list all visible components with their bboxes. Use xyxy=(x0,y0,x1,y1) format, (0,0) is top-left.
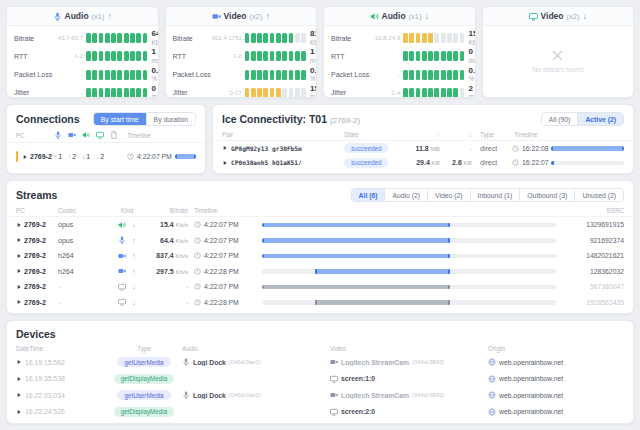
device-row[interactable]: 16:22:24.526 getDisplayMedia screen:2:0 … xyxy=(7,404,633,421)
col-doc xyxy=(110,131,124,140)
sort-by-duration-button[interactable]: By duration xyxy=(146,113,195,125)
stream-row[interactable]: 2769-2 opus ↑ 64.4 Kb/s 4:22:07 PM 92169… xyxy=(7,233,633,249)
expand-caret-icon[interactable] xyxy=(16,237,22,243)
doc-icon xyxy=(110,131,118,139)
expand-caret-icon[interactable] xyxy=(16,268,22,274)
device-row[interactable]: 16:19:35.538 getDisplayMedia screen:1:0 … xyxy=(7,371,633,388)
level-segment xyxy=(270,70,275,80)
ssrc: 1329691915 xyxy=(562,221,624,228)
stream-start: 4:22:07 PM xyxy=(194,237,256,244)
expand-caret-icon[interactable] xyxy=(16,299,22,305)
ice-filter-all-button[interactable]: All (90) xyxy=(542,113,578,125)
codec: - xyxy=(58,299,108,306)
stream-row[interactable]: 2769-2 opus ↓ 15.4 Kb/s 4:22:07 PM 13296… xyxy=(7,217,633,233)
stream-row[interactable]: 2769-2 h264 ↑ 837.4 Kb/s 4:22:07 PM 1482… xyxy=(7,248,633,264)
level-segment xyxy=(99,70,104,80)
streams-filter-audio[interactable]: Audio (2) xyxy=(384,189,427,201)
expand-caret-icon[interactable] xyxy=(222,145,228,151)
level-segment xyxy=(282,70,287,80)
expand-caret-icon[interactable] xyxy=(16,359,22,365)
streams-filter-video[interactable]: Video (2) xyxy=(427,189,469,201)
clock-icon xyxy=(127,153,134,160)
level-segment xyxy=(105,70,110,80)
level-segment xyxy=(441,51,446,61)
clock-icon xyxy=(194,237,201,244)
webrtc-stats-dashboard: Audio (x1) ↑ Bitrate 43.7-65.7 64.4 Kb/s… xyxy=(0,0,640,430)
expand-caret-icon[interactable] xyxy=(16,253,22,259)
device-type: getDisplayMedia xyxy=(106,374,182,384)
device-row[interactable]: 16:22:03.034 getUserMedia Logi Dock(046d… xyxy=(7,387,633,404)
streams-panel: Streams All (6) Audio (2) Video (2) Inbo… xyxy=(6,180,634,314)
expand-caret-icon[interactable] xyxy=(16,222,22,228)
stream-direction-arrow: ↑ xyxy=(132,237,136,244)
expand-caret-icon[interactable] xyxy=(16,284,22,290)
bytes-sent: 11.8 MB xyxy=(402,145,440,152)
ice-filter-toggle: All (90) Active (2) xyxy=(541,112,624,126)
expand-caret-icon[interactable] xyxy=(16,392,22,398)
level-segment xyxy=(92,88,97,98)
pc-id: 2769-2 xyxy=(16,299,58,306)
level-segment xyxy=(111,33,116,43)
stream-row[interactable]: 2769-2 - ↓ - 4:22:28 PM 1928563435 xyxy=(7,295,633,311)
connection-timeline: 4:22:07 PM xyxy=(124,153,196,160)
level-segment xyxy=(143,70,148,80)
streams-filter-outbound[interactable]: Outbound (3) xyxy=(519,189,574,201)
metric-label: Bitrate xyxy=(173,35,212,42)
expand-caret-icon[interactable] xyxy=(22,154,28,160)
stream-row[interactable]: 2769-2 - ↓ - 4:22:07 PM 567380047 xyxy=(7,279,633,295)
media-panel-header-audio-inbound[interactable]: Audio (x1) ↓ xyxy=(324,7,475,26)
bitrate: - xyxy=(146,283,194,290)
sort-by-start-time-button[interactable]: By start time xyxy=(94,113,146,125)
ice-filter-active-button[interactable]: Active (2) xyxy=(577,113,623,125)
device-video: Logitech StreamCam(046d:0893) xyxy=(330,358,488,366)
ice-pair-row[interactable]: CP0n38aoh5_hQ1aK51/ succeeded 29.4 KB 2.… xyxy=(213,156,633,171)
media-panel-header-video-outbound[interactable]: Video (x2) ↑ xyxy=(166,7,317,26)
expand-caret-icon[interactable] xyxy=(16,409,22,415)
level-segment xyxy=(460,51,465,61)
expand-caret-icon[interactable] xyxy=(16,376,22,382)
stream-start: 4:22:07 PM xyxy=(194,252,256,259)
level-segment xyxy=(105,88,110,98)
metric-label: Bitrate xyxy=(331,35,370,42)
stream-timeline xyxy=(256,254,562,259)
streams-filters: All (6) Audio (2) Video (2) Inbound (1) … xyxy=(351,188,624,202)
panel-title: Video xyxy=(224,11,247,21)
mic-icon xyxy=(182,358,190,366)
level-segment xyxy=(409,70,414,80)
bitrate: 837.4 Kb/s xyxy=(146,252,194,259)
media-panel-header-audio-outbound[interactable]: Audio (x1) ↑ xyxy=(7,7,158,26)
media-panel-header-video-inbound[interactable]: Video (x2) ↓ xyxy=(483,7,634,26)
pc-id: 2769-2 xyxy=(16,252,58,259)
level-segment xyxy=(130,88,135,98)
streams-filter-unused[interactable]: Unused (2) xyxy=(574,189,623,201)
level-segment xyxy=(301,70,306,80)
device-row[interactable]: 16:19:15.562 getUserMedia Logi Dock(046d… xyxy=(7,354,633,371)
pair-timeline: 16:22:08 xyxy=(512,145,624,152)
bytes-received: - xyxy=(440,145,472,152)
media-panel-video-inbound: Video (x2) ↓ No stream found xyxy=(482,6,635,98)
level-segment xyxy=(111,70,116,80)
ssrc: 1928563435 xyxy=(562,299,624,306)
expand-caret-icon[interactable] xyxy=(222,160,228,166)
level-segment xyxy=(422,51,427,61)
metric-label: RTT xyxy=(331,53,370,60)
stream-timeline xyxy=(256,238,562,243)
stream-row[interactable]: 2769-2 h264 ↑ 297.5 Kb/s 4:22:28 PM 1283… xyxy=(7,264,633,280)
speaker-count: ↓1 xyxy=(82,153,96,160)
globe-icon xyxy=(488,358,496,366)
streams-filter-all[interactable]: All (6) xyxy=(352,189,385,201)
level-segment xyxy=(453,70,458,80)
level-segment xyxy=(245,88,250,98)
level-segment xyxy=(295,51,300,61)
empty-state-text: No stream found xyxy=(532,66,584,73)
media-panels-row: Audio (x1) ↑ Bitrate 43.7-65.7 64.4 Kb/s… xyxy=(6,6,634,98)
device-origin: web.openrainbow.net xyxy=(488,408,624,416)
ice-pair-row[interactable]: GP8gM92y13_gr30Fb5m succeeded 11.8 MB - … xyxy=(213,141,633,156)
streams-table: PC Codec Kind Bitrate Timeline SSRC 2769… xyxy=(7,206,633,313)
device-video: screen:2:0 xyxy=(330,408,488,416)
connection-row[interactable]: 2769-2 ↑1↑2↓1↓2 4:22:07 PM xyxy=(7,143,205,170)
speaker-kind-icon xyxy=(118,221,126,229)
metric-label: Jitter xyxy=(14,89,53,96)
streams-filter-inbound[interactable]: Inbound (1) xyxy=(470,189,520,201)
bytes-sent: 29.4 KB xyxy=(402,159,440,166)
